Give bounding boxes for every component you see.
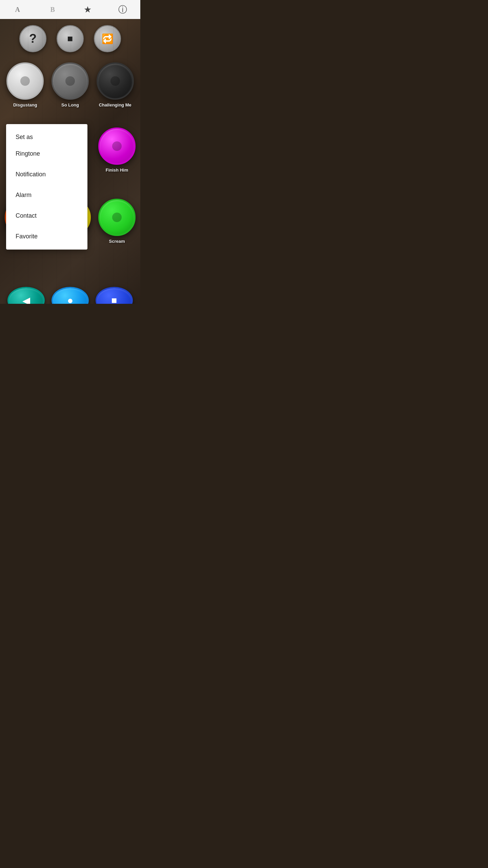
context-menu: Set as Ringtone Notification Alarm Conta… bbox=[6, 124, 87, 250]
btn-lightblue[interactable]: ● bbox=[52, 287, 89, 304]
menu-item-favorite[interactable]: Favorite bbox=[6, 226, 87, 247]
sound-item-scream[interactable]: Scream bbox=[96, 195, 138, 249]
controls-row: ? ■ 🔁 bbox=[0, 19, 140, 56]
sound-label-finish-him: Finish Him bbox=[106, 167, 128, 173]
sound-label-disgustang: Disgustang bbox=[13, 102, 37, 107]
btn-teal[interactable]: ◀ bbox=[7, 287, 45, 304]
menu-item-ringtone[interactable]: Ringtone bbox=[6, 143, 87, 164]
menu-item-notification[interactable]: Notification bbox=[6, 164, 87, 185]
stop-button[interactable]: ■ bbox=[57, 25, 84, 52]
toolbar: A B ★ ⓘ bbox=[0, 0, 140, 19]
main-content: ? ■ 🔁 Disgustang So Long Challenging Me … bbox=[0, 19, 140, 304]
repeat-button[interactable]: 🔁 bbox=[94, 25, 121, 52]
toolbar-icon-b[interactable]: B bbox=[46, 3, 59, 16]
sound-label-scream: Scream bbox=[109, 239, 125, 244]
sound-disc-magenta bbox=[98, 127, 136, 165]
sound-item-so-long[interactable]: So Long bbox=[48, 59, 93, 112]
sound-label-challenging-me: Challenging Me bbox=[99, 102, 131, 107]
sound-disc-green bbox=[98, 199, 136, 236]
sound-disc-so-long bbox=[52, 62, 89, 100]
help-button[interactable]: ? bbox=[19, 25, 46, 52]
menu-header: Set as bbox=[6, 127, 87, 143]
sound-item-finish-him[interactable]: Finish Him bbox=[96, 124, 138, 177]
sound-item-challenging-me[interactable]: Challenging Me bbox=[93, 59, 138, 112]
sound-disc-disgustang bbox=[6, 62, 44, 100]
toolbar-icon-star[interactable]: ★ bbox=[81, 3, 95, 16]
toolbar-icon-info[interactable]: ⓘ bbox=[116, 3, 129, 16]
sound-item-disgustang[interactable]: Disgustang bbox=[3, 59, 48, 112]
menu-item-contact[interactable]: Contact bbox=[6, 205, 87, 226]
btn-blue[interactable]: ■ bbox=[96, 287, 133, 304]
bottom-partial-row: ◀ ● ■ bbox=[0, 287, 140, 304]
sound-disc-challenging-me bbox=[97, 62, 134, 100]
toolbar-icon-a[interactable]: A bbox=[11, 3, 24, 16]
menu-item-alarm[interactable]: Alarm bbox=[6, 185, 87, 205]
sound-label-so-long: So Long bbox=[61, 102, 79, 107]
